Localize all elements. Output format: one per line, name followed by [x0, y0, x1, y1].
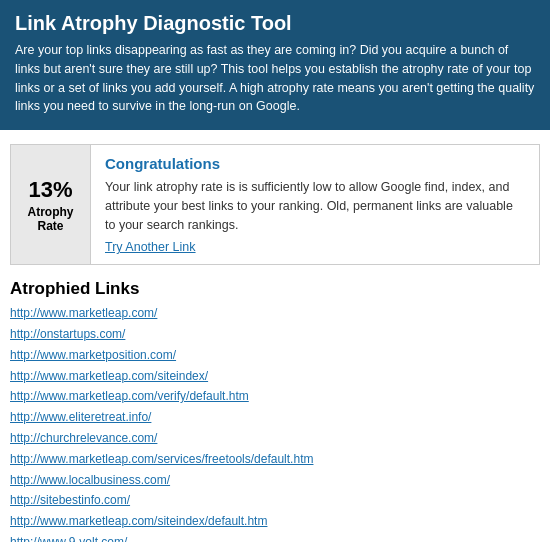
list-item: http://www.marketposition.com/ — [10, 345, 540, 366]
atrophied-link[interactable]: http://sitebestinfo.com/ — [10, 493, 130, 507]
header-description: Are your top links disappearing as fast … — [15, 41, 535, 116]
list-item: http://www.marketleap.com/ — [10, 303, 540, 324]
atrophied-link[interactable]: http://www.marketleap.com/ — [10, 306, 157, 320]
atrophy-percent: 13% — [28, 177, 72, 203]
atrophied-links-list: http://www.marketleap.com/http://onstart… — [10, 303, 540, 542]
result-box: 13% Atrophy Rate Congratulations Your li… — [10, 144, 540, 265]
list-item: http://www.9-volt.com/ — [10, 532, 540, 542]
list-item: http://churchrelevance.com/ — [10, 428, 540, 449]
list-item: http://www.eliteretreat.info/ — [10, 407, 540, 428]
atrophied-link[interactable]: http://www.marketleap.com/services/freet… — [10, 452, 313, 466]
list-item: http://www.marketleap.com/services/freet… — [10, 449, 540, 470]
atrophied-link[interactable]: http://www.9-volt.com/ — [10, 535, 127, 542]
list-item: http://www.localbusiness.com/ — [10, 470, 540, 491]
atrophied-links-section: Atrophied Links http://www.marketleap.co… — [10, 279, 540, 542]
header: Link Atrophy Diagnostic Tool Are your to… — [0, 0, 550, 130]
atrophy-label: Atrophy Rate — [19, 205, 82, 233]
atrophied-link[interactable]: http://www.marketleap.com/verify/default… — [10, 389, 249, 403]
list-item: http://www.marketleap.com/verify/default… — [10, 386, 540, 407]
try-another-link[interactable]: Try Another Link — [105, 240, 196, 254]
result-description: Your link atrophy rate is is sufficientl… — [105, 178, 525, 234]
atrophy-rate-box: 13% Atrophy Rate — [11, 145, 91, 264]
atrophied-links-heading: Atrophied Links — [10, 279, 540, 299]
congratulations-heading: Congratulations — [105, 155, 525, 172]
atrophied-link[interactable]: http://churchrelevance.com/ — [10, 431, 157, 445]
atrophied-link[interactable]: http://www.localbusiness.com/ — [10, 473, 170, 487]
list-item: http://sitebestinfo.com/ — [10, 490, 540, 511]
atrophied-link[interactable]: http://www.marketposition.com/ — [10, 348, 176, 362]
list-item: http://www.marketleap.com/siteindex/defa… — [10, 511, 540, 532]
atrophied-link[interactable]: http://www.eliteretreat.info/ — [10, 410, 151, 424]
page-title: Link Atrophy Diagnostic Tool — [15, 12, 535, 35]
result-content: Congratulations Your link atrophy rate i… — [91, 145, 539, 264]
list-item: http://onstartups.com/ — [10, 324, 540, 345]
list-item: http://www.marketleap.com/siteindex/ — [10, 366, 540, 387]
atrophied-link[interactable]: http://www.marketleap.com/siteindex/ — [10, 369, 208, 383]
atrophied-link[interactable]: http://www.marketleap.com/siteindex/defa… — [10, 514, 267, 528]
atrophied-link[interactable]: http://onstartups.com/ — [10, 327, 125, 341]
